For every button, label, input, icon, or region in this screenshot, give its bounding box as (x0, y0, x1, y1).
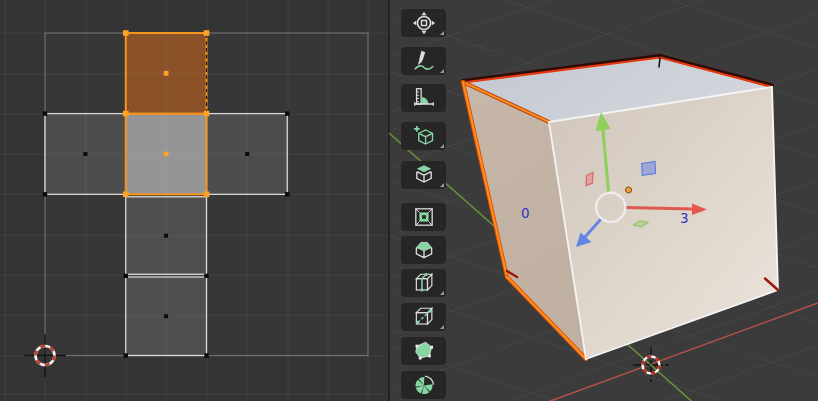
toolbar (401, 0, 446, 401)
annotate-pencil-icon (412, 49, 436, 73)
tool-button-tweak-select[interactable] (401, 9, 446, 37)
knife-icon (412, 305, 436, 329)
tool-button-annotate[interactable] (401, 47, 446, 75)
extrude-region-icon (412, 163, 436, 187)
inset-faces-icon (412, 205, 436, 229)
cube-edge-hidden-back-tick (659, 58, 660, 67)
tool-button-bevel[interactable] (401, 236, 446, 264)
origin-dot-icon (626, 187, 632, 193)
tweak-select-icon (412, 11, 436, 35)
spin-icon (412, 373, 436, 397)
tool-button-loop-cut[interactable] (401, 269, 446, 297)
tool-button-measure[interactable] (401, 84, 446, 112)
tool-button-add-cube[interactable] (401, 122, 446, 150)
viewport-3d: 0 3 (389, 56, 818, 401)
loop-cut-icon (412, 271, 436, 295)
tool-button-poly-build[interactable] (401, 337, 446, 365)
gizmo-arrow-red-icon[interactable] (626, 208, 694, 210)
tool-button-knife[interactable] (401, 303, 446, 331)
add-cube-icon (412, 124, 436, 148)
cube-face-front[interactable] (549, 87, 778, 359)
tool-button-spin[interactable] (401, 371, 446, 399)
bevel-icon (412, 238, 436, 262)
uv-editor (24, 30, 368, 377)
tool-button-inset-faces[interactable] (401, 203, 446, 231)
measure-ruler-icon (412, 86, 436, 110)
blender-workspace: 0 3 (0, 0, 818, 401)
tool-button-extrude-region[interactable] (401, 161, 446, 189)
label-front-face: 3 (680, 210, 689, 226)
label-left-face: 0 (521, 205, 530, 221)
gizmo-plane-z-icon[interactable] (642, 162, 656, 176)
poly-build-icon (412, 339, 436, 363)
